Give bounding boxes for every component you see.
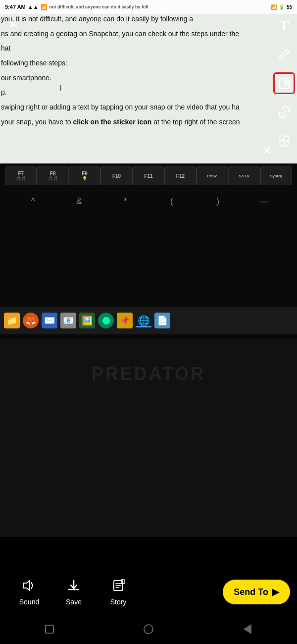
predator-logo: PREDATOR (92, 364, 206, 384)
send-to-arrow: ▶ (272, 587, 279, 597)
android-back-button[interactable] (238, 619, 257, 639)
network-icon: 📶 (41, 4, 48, 10)
carrier: ▲▲ (28, 4, 39, 10)
fn-key-prtsc[interactable]: PrtSc (197, 166, 228, 185)
link-tool-button[interactable] (273, 101, 295, 123)
document-text: you, it is not difficult, and anyone can… (0, 0, 277, 137)
fn-key-f9[interactable]: F9 💡 (69, 166, 100, 185)
sound-icon (22, 579, 37, 596)
email-icon: ✉️ (44, 315, 55, 326)
send-to-label: Send To (234, 587, 268, 597)
image-icon: 🖼️ (82, 315, 93, 326)
laptop-body: PREDATOR (0, 334, 297, 537)
chain-icon (277, 134, 291, 148)
function-key-row: F7 🎵🎵 F8 🎵🎵 F9 💡 F10 F11 F12 PrtSc Sc Lk… (0, 163, 297, 188)
doc-line-4: following these steps: (1, 58, 272, 69)
file-icon: 📄 (157, 315, 168, 326)
android-recents-button[interactable] (40, 619, 59, 639)
sym-asterisk[interactable]: * (113, 196, 138, 207)
back-icon (244, 624, 251, 634)
text-icon: T (280, 18, 289, 34)
taskbar-sticky[interactable]: 📌 (117, 313, 133, 328)
fn-key-sclk[interactable]: Sc Lk (228, 166, 260, 185)
envelope-icon: 📧 (63, 315, 74, 326)
fn-key-f10[interactable]: F10 (100, 166, 132, 185)
fn-key-f12[interactable]: F12 (164, 166, 196, 185)
wifi-icon: 📶 (271, 4, 277, 10)
chain-tool-button[interactable] (273, 130, 295, 152)
folder-icon: 📁 (6, 315, 17, 326)
sound-label: Sound (19, 598, 39, 606)
fn-key-f7[interactable]: F7 🎵🎵 (5, 166, 37, 185)
sym-lparen[interactable]: ( (159, 196, 184, 207)
battery: 🔋 (279, 4, 285, 10)
story-icon-svg (111, 579, 125, 592)
pen-icon (277, 48, 291, 61)
time: 9:47 AM (5, 4, 26, 10)
android-home-button[interactable] (139, 619, 158, 639)
mid-close-x[interactable]: ✕ (263, 145, 271, 157)
not-difficult-text: not difficult, and anyone can do it easi… (50, 4, 148, 9)
battery-level: 55 (287, 4, 292, 10)
taskbar-chrome[interactable]: 🌐 (136, 313, 151, 328)
sticker-icon (277, 76, 291, 90)
chrome-icon: 🌐 (138, 315, 150, 326)
doc-line-3: hat (1, 43, 272, 54)
story-button[interactable]: Story (96, 579, 141, 606)
fn-key-f11[interactable]: F11 (133, 166, 164, 185)
doc-line-2: ns and creating a geotag on Snapchat, yo… (1, 29, 272, 40)
taskbar-file[interactable]: 📄 (154, 313, 170, 328)
doc-line-8: your snap, you have to click on the stic… (1, 117, 272, 128)
doc-line-6: p. (1, 87, 272, 98)
fn-key-sysrq[interactable]: SysRq (260, 166, 292, 185)
svg-marker-3 (24, 581, 30, 590)
sym-ampersand[interactable]: & (67, 196, 92, 207)
save-label: Save (66, 598, 82, 606)
taskbar-edge[interactable]: ⬣ (98, 313, 114, 328)
fn-key-f8[interactable]: F8 🎵🎵 (37, 166, 68, 185)
text-cursor: I (59, 83, 62, 94)
recents-icon (45, 625, 54, 634)
bottom-nav-bar: Sound Save Story Send To ▶ (0, 570, 297, 614)
taskbar-firefox[interactable]: 🦊 (23, 313, 39, 328)
doc-line-7: swiping right or adding a text by tappin… (1, 102, 272, 113)
save-button[interactable]: Save (51, 579, 96, 606)
sym-caret[interactable]: ^ (21, 196, 46, 207)
close-button[interactable]: ✕ (4, 16, 22, 34)
symbol-key-row: ^ & * ( ) — (0, 190, 297, 212)
text-tool-button[interactable]: T (273, 15, 295, 37)
taskbar-envelope[interactable]: 📧 (60, 313, 76, 328)
active-indicator (136, 326, 151, 327)
download-icon (67, 579, 81, 592)
android-nav-bar (0, 614, 297, 644)
taskbar-folder[interactable]: 📁 (4, 313, 20, 328)
sym-rparen[interactable]: ) (205, 196, 230, 207)
taskbar-image[interactable]: 🖼️ (79, 313, 95, 328)
speaker-icon (22, 579, 37, 592)
story-icon (111, 579, 125, 596)
sticky-icon: 📌 (119, 315, 130, 326)
status-bar: 9:47 AM ▲▲ 📶 not difficult, and anyone c… (0, 0, 297, 14)
home-icon (144, 624, 153, 634)
firefox-icon: 🦊 (25, 315, 36, 326)
doc-line-1: you, it is not difficult, and anyone can… (1, 14, 272, 25)
sticker-tool-button[interactable] (273, 72, 295, 94)
send-to-button[interactable]: Send To ▶ (223, 580, 290, 604)
sound-button[interactable]: Sound (7, 579, 51, 606)
doc-line-5: our smartphone. (1, 73, 272, 84)
link-icon (277, 105, 291, 119)
edge-icon: ⬣ (102, 315, 110, 326)
toolbar: T (273, 15, 295, 152)
sym-dash[interactable]: — (251, 196, 276, 207)
save-icon (67, 579, 81, 596)
story-label: Story (110, 598, 127, 606)
status-left: 9:47 AM ▲▲ 📶 not difficult, and anyone c… (5, 4, 148, 10)
taskbar-email[interactable]: ✉️ (42, 313, 57, 328)
taskbar: 📁 🦊 ✉️ 📧 🖼️ ⬣ 📌 🌐 📄 (0, 307, 297, 334)
status-right: 📶 🔋 55 (271, 4, 292, 10)
pen-tool-button[interactable] (273, 44, 295, 65)
